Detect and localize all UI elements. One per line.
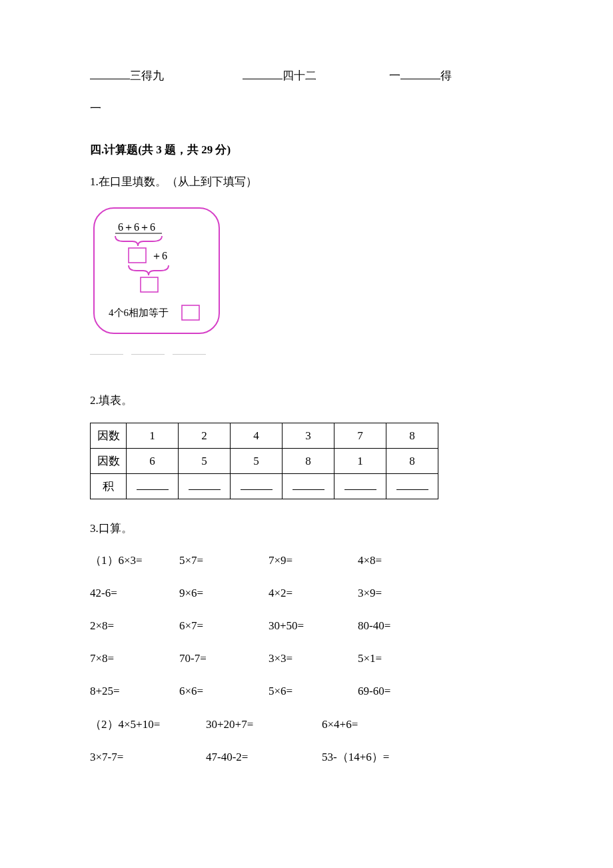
svg-rect-3: [141, 277, 158, 292]
answer-cell[interactable]: [334, 474, 386, 499]
calc-item[interactable]: 2×8=: [90, 617, 163, 635]
calc-item[interactable]: 6×7=: [179, 617, 253, 635]
answer-cell[interactable]: [127, 474, 179, 499]
calc-item[interactable]: 5×1=: [358, 649, 431, 667]
calc-item[interactable]: 3×9=: [358, 584, 431, 602]
diagram-text-bottom: 4个6相加等于: [109, 307, 169, 318]
table-row: 因数 1 2 4 3 7 8: [91, 423, 438, 448]
q3-prompt: 3.口算。: [90, 519, 523, 537]
calc-item[interactable]: （2）4×5+10=: [90, 715, 190, 733]
svg-rect-2: [129, 248, 146, 263]
calc-item[interactable]: 6×4+6=: [322, 715, 422, 733]
calc-item[interactable]: 70-7=: [179, 649, 253, 667]
table-cell: 3: [283, 423, 334, 448]
table-cell: 5: [179, 449, 231, 474]
text-sishier: 四十二: [283, 69, 316, 82]
calc-item[interactable]: 8+25=: [90, 682, 163, 700]
diagram-text-top: 6＋6＋6: [118, 221, 155, 233]
text-yi: 一: [90, 102, 101, 115]
table-cell: 4: [231, 423, 283, 448]
tiny-blank[interactable]: [173, 354, 206, 355]
text-de-suffix: 得: [440, 69, 452, 82]
table-cell: 2: [179, 423, 231, 448]
table-cell: 8: [283, 449, 334, 474]
answer-cell[interactable]: [386, 474, 438, 499]
calc-row: 2×8= 6×7= 30+50= 80-40=: [90, 617, 523, 635]
diagram-text-plus6: ＋6: [151, 250, 167, 261]
calc-item[interactable]: 30+50=: [269, 617, 342, 635]
table-row: 积: [91, 474, 438, 499]
q1-prompt: 1.在口里填数。（从上到下填写）: [90, 173, 523, 191]
calc-item[interactable]: 6×6=: [179, 682, 253, 700]
table-cell: 6: [127, 449, 179, 474]
table-row: 因数 6 5 5 8 1 8: [91, 449, 438, 474]
calc-row: （2）4×5+10= 30+20+7= 6×4+6=: [90, 715, 523, 733]
svg-rect-4: [182, 305, 199, 320]
fill-in-top-line: 三得九 四十二 一得: [90, 67, 523, 85]
table-cell: 1: [334, 449, 386, 474]
answer-cell[interactable]: [283, 474, 334, 499]
calc-item[interactable]: 42-6=: [90, 584, 163, 602]
table-cell: 5: [231, 449, 283, 474]
row-label: 积: [91, 474, 127, 499]
calc-row: 7×8= 70-7= 3×3= 5×1=: [90, 649, 523, 667]
calc-item[interactable]: 4×2=: [269, 584, 342, 602]
calc-item[interactable]: 69-60=: [358, 682, 431, 700]
fill-in-line2: 一: [90, 99, 523, 117]
table-cell: 8: [386, 449, 438, 474]
answer-cell[interactable]: [231, 474, 283, 499]
calc-item[interactable]: 3×3=: [269, 649, 342, 667]
calc-item[interactable]: 5×7=: [179, 551, 253, 569]
tiny-blank[interactable]: [90, 354, 123, 355]
factor-table: 因数 1 2 4 3 7 8 因数 6 5 5 8 1 8 积: [90, 423, 438, 500]
calc-item[interactable]: 3×7-7=: [90, 748, 190, 766]
row-label: 因数: [91, 423, 127, 448]
calc-item[interactable]: 4×8=: [358, 551, 431, 569]
answer-cell[interactable]: [179, 474, 231, 499]
calc-item[interactable]: 30+20+7=: [206, 715, 306, 733]
calc-item[interactable]: 7×9=: [269, 551, 342, 569]
blank-input[interactable]: [90, 68, 130, 79]
calc-item[interactable]: （1）6×3=: [90, 551, 163, 569]
calc-item[interactable]: 80-40=: [358, 617, 431, 635]
blank-input[interactable]: [400, 68, 440, 79]
q2-prompt: 2.填表。: [90, 391, 523, 409]
calc-row: （1）6×3= 5×7= 7×9= 4×8=: [90, 551, 523, 569]
section-4-title: 四.计算题(共 3 题，共 29 分): [90, 141, 523, 159]
tiny-answer-blanks: [90, 349, 523, 358]
calc-item[interactable]: 53-（14+6）=: [322, 748, 422, 766]
table-cell: 7: [334, 423, 386, 448]
calc-row: 8+25= 6×6= 5×6= 69-60=: [90, 682, 523, 700]
tiny-blank[interactable]: [131, 354, 165, 355]
calc-item[interactable]: 9×6=: [179, 584, 253, 602]
calc-row: 3×7-7= 47-40-2= 53-（14+6）=: [90, 748, 523, 766]
blank-input[interactable]: [243, 68, 283, 79]
q1-diagram: 6＋6＋6 ＋6 4个6相加等于: [90, 204, 523, 343]
text-san-de-jiu: 三得九: [130, 69, 164, 82]
calc-item[interactable]: 7×8=: [90, 649, 163, 667]
calc-row: 42-6= 9×6= 4×2= 3×9=: [90, 584, 523, 602]
calc-item[interactable]: 47-40-2=: [206, 748, 306, 766]
table-cell: 8: [386, 423, 438, 448]
table-cell: 1: [127, 423, 179, 448]
calc-item[interactable]: 5×6=: [269, 682, 342, 700]
row-label: 因数: [91, 449, 127, 474]
text-yi-prefix: 一: [389, 69, 400, 82]
